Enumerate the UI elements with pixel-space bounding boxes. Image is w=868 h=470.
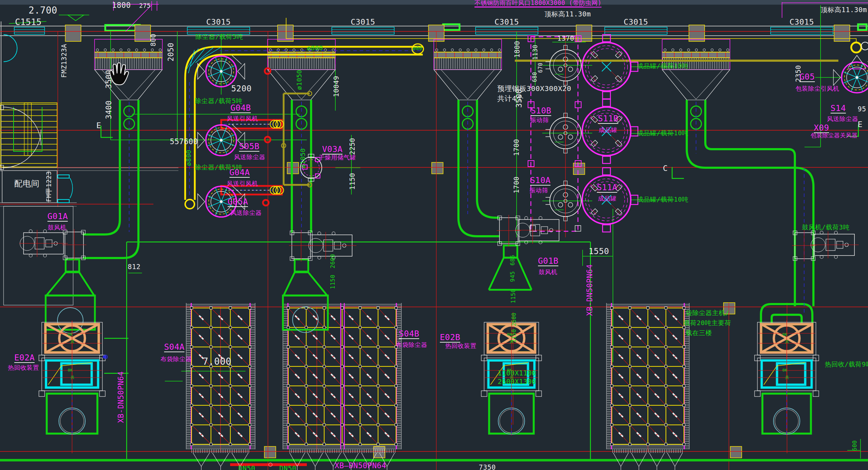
- equipment_tags-0: G04B: [230, 103, 251, 113]
- dimensions-14: 670: [538, 62, 544, 73]
- notes-1: 预埋钢板300X300X20: [497, 85, 571, 92]
- cad-canvas[interactable]: C1515C3015C3015C3015C3015C3015FMZ1323AFM…: [0, 0, 868, 470]
- elevations-1: 顶标高11.30m: [544, 11, 591, 18]
- tiny_marks-2: 0K: [68, 368, 73, 373]
- tiny_marks-11: 共: [785, 375, 790, 380]
- equipment_subtitles-6: 成品罐: [599, 127, 618, 133]
- dimensions-13: 680: [532, 72, 538, 82]
- notes-0: 不锈钢防雨百叶风口1800X3000 (带防虫网): [474, 0, 601, 7]
- dimensions-0: 1800: [112, 1, 131, 9]
- dimensions-26: 685: [510, 255, 516, 266]
- tiny_marks-1: 共: [71, 340, 75, 344]
- dimensions-3: 2050: [167, 42, 175, 61]
- window_marks-7: FM甲1223: [46, 171, 52, 202]
- dimensions-30: 2600: [512, 313, 517, 326]
- dimensions-6: 5200: [231, 84, 252, 93]
- equipment_tags-1: S05B: [239, 142, 259, 152]
- equipment_tags-15: S04A: [164, 343, 184, 352]
- tiny_marks-8: 0K: [782, 333, 787, 337]
- tiny_marks-0: 0K: [68, 333, 73, 337]
- equipment_tags-6: S11B: [598, 114, 618, 124]
- tiny_marks-4: 0K: [507, 333, 512, 337]
- equipment_subtitles-9: 包装除尘引风机: [796, 86, 839, 92]
- dimensions-12: 1130: [532, 45, 539, 60]
- pipe_labels-6: 2600X1300: [498, 378, 536, 385]
- window_marks-1: C3015: [206, 18, 231, 26]
- dimensions-17: 1700: [513, 139, 520, 156]
- pipe_labels-11: XB-DN50PN64: [586, 264, 594, 316]
- equipment_subtitles-8: 成品罐: [598, 196, 617, 202]
- notes-4: 除尘器/载荷5吨: [195, 98, 243, 105]
- notes-13: 载在三楼: [686, 330, 712, 337]
- equipment_subtitles-0: 风送引风机: [227, 116, 258, 122]
- equipment_subtitles-13: 鼓风机: [539, 269, 558, 276]
- pipe_labels-2: ø800: [186, 150, 192, 166]
- tiny_marks-3: 共: [71, 375, 75, 380]
- equipment_subtitles-15: 布袋除尘器: [161, 356, 192, 363]
- pipe_labels-10: XB-DN50PN64: [117, 371, 125, 423]
- dimensions-20: 812: [128, 263, 141, 271]
- pipe_labels-8: DN50: [279, 465, 296, 470]
- dimensions-8: 2250: [349, 138, 356, 155]
- window_marks-2: C3015: [351, 18, 375, 26]
- pipe_labels-9: XB—DN50PN64: [335, 462, 386, 470]
- equipment_subtitles-10: 风送除尘器: [827, 116, 858, 122]
- notes-10: 热回收/载荷9吨: [825, 361, 868, 368]
- axis_marks-2: C: [663, 164, 668, 172]
- equipment_tags-13: G01B: [538, 257, 558, 266]
- dimensions-28: 1150: [511, 289, 517, 303]
- notes-3: 除尘器/载荷5吨: [196, 34, 243, 40]
- notes-5: 除尘器/载荷5吨: [195, 164, 243, 171]
- tiny_marks-9: 共: [785, 340, 790, 344]
- window_marks-0: C1515: [15, 18, 42, 27]
- tiny_marks-10: 0K: [782, 368, 787, 373]
- axis_marks-1: E: [858, 120, 863, 128]
- dimensions-29: 600: [852, 440, 858, 451]
- equipment_subtitles-14: 热回收装置: [8, 365, 39, 371]
- tiny_marks-7: 共: [510, 375, 514, 380]
- pipe_labels-7: DN50: [238, 465, 255, 470]
- window_marks-3: C3015: [494, 18, 519, 26]
- dimensions-7: 557600: [170, 138, 198, 146]
- pipe_labels-4: ø1050: [300, 148, 306, 168]
- equipment_subtitles-5: 振动筛: [530, 117, 549, 123]
- pipe_labels-1: ø80: [413, 46, 422, 51]
- dimensions-9: 1150: [349, 173, 356, 190]
- dimensions-1: 275: [139, 3, 151, 9]
- equipment_subtitles-4: 干燥用储气罐: [319, 155, 356, 161]
- pipe_labels-0: ø800: [307, 45, 323, 52]
- equipment_tags-16: S04B: [399, 329, 419, 339]
- dimensions-24: 2600: [330, 254, 336, 268]
- dimensions-19: 1550: [589, 247, 609, 256]
- equipment_subtitles-16: 布袋除尘器: [396, 342, 427, 348]
- dimensions-11: 1800: [514, 41, 521, 58]
- dimensions-22: 95: [858, 106, 866, 113]
- equipment_tags-4: V03A: [322, 145, 342, 155]
- elevations-2: 顶标高11.30m: [821, 6, 867, 14]
- window_marks-6: FMZ1323A: [61, 44, 68, 78]
- dimensions-15: 1370: [557, 35, 574, 42]
- tiny_marks-5: 共: [510, 340, 514, 344]
- dimensions-2: 800: [150, 34, 157, 46]
- dimensions-25: 1150: [330, 274, 336, 289]
- equipment_subtitles-2: 风送引风机: [227, 181, 258, 187]
- equipment_subtitles-12: 鼓风机: [48, 224, 67, 231]
- dimensions-10: 10049: [333, 76, 340, 97]
- equipment_tags-5: S10B: [531, 106, 551, 116]
- tiny_marks-6: 0K: [507, 368, 512, 373]
- notes-2: 共计4个: [497, 95, 524, 102]
- window_marks-4: C3015: [624, 18, 648, 26]
- notes-9: 鼓风机/载荷3吨: [802, 224, 850, 231]
- equipment_tags-7: S10A: [530, 176, 550, 186]
- dimensions-18: 1700: [513, 176, 520, 193]
- dimensions-5: 3400: [105, 100, 113, 119]
- equipment_tags-17: E02B: [440, 333, 460, 343]
- axis_marks-0: E: [96, 121, 101, 130]
- pan-hand-cursor: [107, 61, 133, 87]
- dimensions-23: 7350: [479, 464, 496, 470]
- elevations-3: 7.000: [203, 357, 232, 367]
- equipment_subtitles-11: 包装除尘器关风器: [811, 133, 858, 139]
- equipment_tags-8: S11A: [597, 183, 617, 193]
- equipment_tags-14: E02A: [14, 353, 35, 363]
- equipment_tags-3: G05A: [228, 197, 248, 207]
